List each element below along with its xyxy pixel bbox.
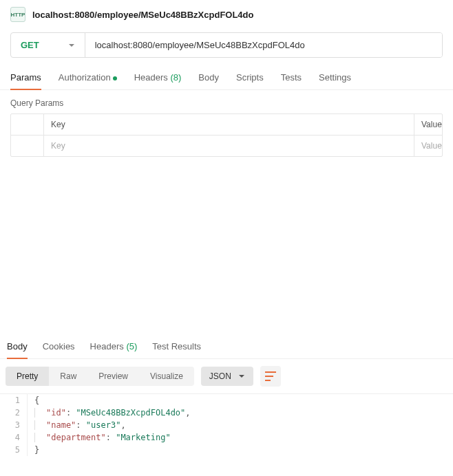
resp-tab-headers-count: (5): [126, 341, 137, 351]
code-line: 3 "name": "user3",: [0, 419, 453, 431]
tab-headers[interactable]: Headers (8): [134, 68, 182, 89]
tab-headers-count: (8): [170, 72, 181, 83]
method-select[interactable]: GET: [11, 33, 85, 57]
params-key-header: Key: [44, 114, 414, 135]
response-tabs: Body Cookies Headers (5) Test Results: [0, 336, 453, 359]
params-value-input[interactable]: Value: [414, 136, 442, 156]
request-bar: GET: [10, 32, 443, 58]
svg-rect-1: [265, 376, 273, 377]
svg-rect-2: [265, 380, 271, 381]
status-dot-icon: [113, 76, 117, 80]
params-key-input[interactable]: Key: [44, 136, 414, 156]
resp-tab-cookies[interactable]: Cookies: [43, 336, 75, 358]
code-line: 5 }: [0, 444, 453, 456]
code-line: 2 "id": "MSeUc48BBzXcpdFOL4do",: [0, 407, 453, 419]
json-brace: }: [34, 445, 39, 455]
tab-params[interactable]: Params: [10, 68, 41, 89]
chevron-down-icon: [68, 42, 75, 49]
header: HTTP localhost:8080/employee/MSeUc48BBzX…: [0, 0, 453, 29]
url-input[interactable]: [85, 33, 442, 57]
wrap-lines-button[interactable]: [260, 366, 281, 387]
tab-tests[interactable]: Tests: [281, 68, 302, 89]
line-number: 4: [0, 431, 28, 444]
tab-body[interactable]: Body: [198, 68, 219, 89]
json-key: "id": [46, 408, 66, 418]
resp-tab-body[interactable]: Body: [7, 336, 28, 358]
format-label: JSON: [209, 371, 231, 381]
method-label: GET: [21, 40, 39, 50]
resp-tab-headers-label: Headers: [90, 341, 124, 351]
view-mode-group: Pretty Raw Preview Visualize: [6, 367, 194, 386]
tab-settings[interactable]: Settings: [319, 68, 351, 89]
view-pretty-button[interactable]: Pretty: [6, 367, 49, 386]
query-params-label: Query Params: [0, 90, 453, 113]
line-number: 3: [0, 419, 28, 431]
http-badge-icon: HTTP: [10, 7, 25, 22]
wrap-icon: [265, 371, 276, 381]
json-value: "Marketing": [116, 433, 170, 442]
params-header-row: Key Value: [11, 114, 442, 136]
tab-scripts[interactable]: Scripts: [236, 68, 264, 89]
view-raw-button[interactable]: Raw: [49, 367, 87, 386]
view-visualize-button[interactable]: Visualize: [139, 367, 194, 386]
view-preview-button[interactable]: Preview: [87, 367, 139, 386]
tab-authorization-label: Authorization: [59, 72, 111, 83]
json-value: "MSeUc48BBzXcpdFOL4do": [76, 408, 185, 418]
tab-authorization[interactable]: Authorization: [59, 68, 117, 89]
line-number: 2: [0, 407, 28, 419]
resp-tab-headers[interactable]: Headers (5): [90, 336, 138, 358]
params-check-cell[interactable]: [11, 136, 44, 156]
response-body[interactable]: 1 { 2 "id": "MSeUc48BBzXcpdFOL4do", 3 "n…: [0, 393, 453, 456]
response-toolbar: Pretty Raw Preview Visualize JSON: [0, 359, 453, 393]
line-number: 5: [0, 444, 28, 456]
params-table: Key Value Key Value: [10, 113, 443, 157]
line-number: 1: [0, 394, 28, 407]
resp-tab-test-results[interactable]: Test Results: [152, 336, 201, 358]
svg-rect-0: [265, 371, 276, 373]
request-tabs: Params Authorization Headers (8) Body Sc…: [0, 68, 453, 90]
json-key: "department": [46, 433, 106, 442]
json-value: "user3": [86, 420, 121, 430]
json-brace: {: [34, 396, 39, 405]
params-input-row[interactable]: Key Value: [11, 136, 442, 156]
tab-headers-label: Headers: [134, 72, 168, 83]
spacer: [0, 157, 453, 336]
page-title: localhost:8080/employee/MSeUc48BBzXcpdFO…: [32, 10, 253, 20]
chevron-down-icon: [238, 373, 245, 380]
json-key: "name": [46, 420, 76, 430]
code-line: 4 "department": "Marketing": [0, 431, 453, 444]
params-value-header: Value: [414, 114, 442, 135]
format-select[interactable]: JSON: [201, 367, 253, 386]
params-check-header: [11, 114, 44, 135]
code-line: 1 {: [0, 394, 453, 407]
